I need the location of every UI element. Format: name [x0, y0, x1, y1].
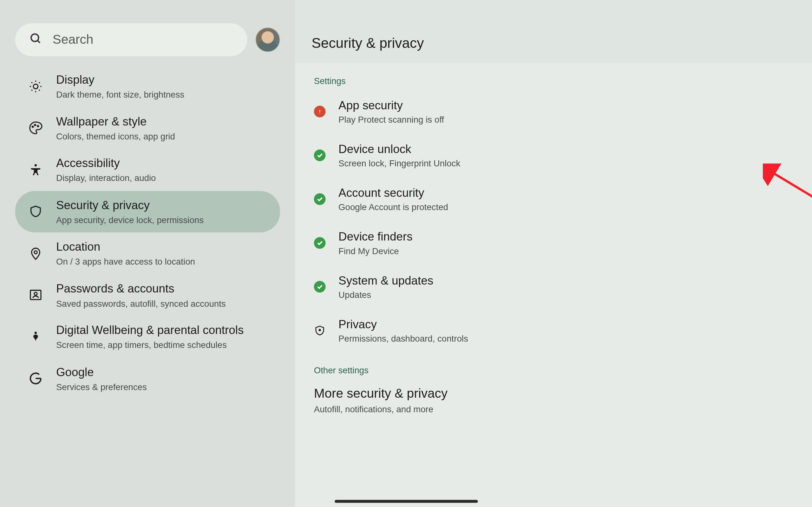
setting-system-updates[interactable]: System & updates Updates — [295, 265, 812, 308]
sidebar-item-display[interactable]: Display Dark theme, font size, brightnes… — [15, 65, 280, 107]
check-icon — [314, 149, 326, 161]
svg-point-10 — [34, 250, 37, 253]
profile-avatar[interactable] — [255, 27, 280, 52]
gesture-nav-bar[interactable] — [334, 500, 478, 503]
sidebar-item-location[interactable]: Location On / 3 apps have access to loca… — [15, 233, 280, 274]
accounts-icon — [28, 287, 43, 302]
search-icon — [29, 32, 42, 47]
sidebar-item-sub: Services & preferences — [56, 381, 147, 393]
sidebar-item-label: Display — [56, 72, 184, 87]
sidebar-item-label: Passwords & accounts — [56, 281, 226, 296]
section-label-other: Other settings — [295, 352, 812, 378]
sidebar-item-label: Wallpaper & style — [56, 114, 175, 129]
setting-sub: Find My Device — [339, 246, 413, 256]
setting-account-security[interactable]: Account security Google Account is prote… — [295, 177, 812, 221]
sidebar-item-wallpaper[interactable]: Wallpaper & style Colors, themed icons, … — [15, 107, 280, 149]
setting-title: App security — [339, 98, 444, 113]
setting-title: Device finders — [339, 229, 413, 244]
sidebar-item-label: Google — [56, 365, 147, 379]
setting-title: Device unlock — [339, 142, 460, 157]
sidebar-item-sub: Screen time, app timers, bedtime schedul… — [56, 339, 244, 351]
sidebar-item-security[interactable]: Security & privacy App security, device … — [15, 191, 280, 233]
search-input[interactable] — [53, 32, 233, 47]
settings-nav-pane: Display Dark theme, font size, brightnes… — [0, 0, 295, 507]
sidebar-item-google[interactable]: Google Services & preferences — [15, 358, 280, 400]
setting-title: More security & privacy — [314, 385, 793, 401]
setting-app-security[interactable]: App security Play Protect scanning is of… — [295, 89, 812, 133]
wellbeing-icon — [28, 329, 43, 344]
sidebar-item-wellbeing[interactable]: Digital Wellbeing & parental controls Sc… — [15, 316, 280, 358]
svg-point-9 — [35, 164, 37, 166]
search-field[interactable] — [15, 23, 247, 56]
settings-nav-list: Display Dark theme, font size, brightnes… — [0, 63, 295, 400]
setting-sub: Autofill, notifications, and more — [314, 404, 793, 413]
sidebar-item-label: Digital Wellbeing & parental controls — [56, 323, 244, 337]
setting-device-finders[interactable]: Device finders Find My Device — [295, 221, 812, 265]
setting-more-security[interactable]: More security & privacy Autofill, notifi… — [295, 378, 812, 428]
svg-point-6 — [32, 126, 33, 128]
sidebar-item-sub: Colors, themed icons, app grid — [56, 130, 175, 142]
google-g-icon — [28, 371, 43, 386]
check-icon — [314, 193, 326, 205]
svg-point-5 — [33, 84, 38, 89]
sidebar-item-sub: On / 3 apps have access to location — [56, 256, 195, 267]
check-icon — [314, 237, 326, 248]
setting-sub: Google Account is protected — [339, 202, 448, 212]
setting-privacy[interactable]: Privacy Permissions, dashboard, controls — [295, 308, 812, 352]
sidebar-item-label: Security & privacy — [56, 198, 204, 212]
location-pin-icon — [28, 245, 43, 261]
palette-icon — [28, 120, 43, 135]
setting-sub: Screen lock, Fingerprint Unlock — [339, 158, 460, 168]
setting-title: Privacy — [339, 317, 468, 332]
setting-title: Account security — [339, 186, 448, 200]
sidebar-item-sub: Display, interaction, audio — [56, 172, 156, 184]
svg-point-3 — [31, 34, 39, 42]
svg-point-13 — [35, 331, 37, 334]
shield-icon — [28, 204, 43, 219]
sidebar-item-passwords[interactable]: Passwords & accounts Saved passwords, au… — [15, 274, 280, 316]
section-label-settings: Settings — [295, 63, 812, 89]
alert-icon — [314, 106, 326, 117]
svg-point-14 — [319, 329, 321, 331]
sidebar-item-label: Location — [56, 239, 195, 254]
detail-header: Security & privacy — [295, 0, 812, 63]
svg-point-12 — [34, 292, 37, 295]
sidebar-item-label: Accessibility — [56, 156, 156, 170]
sidebar-item-sub: Dark theme, font size, brightness — [56, 89, 184, 100]
setting-sub: Updates — [339, 290, 433, 299]
privacy-shield-icon — [314, 325, 326, 336]
accessibility-icon — [28, 162, 43, 177]
check-icon — [314, 281, 326, 292]
svg-point-7 — [35, 124, 36, 126]
setting-device-unlock[interactable]: Device unlock Screen lock, Fingerprint U… — [295, 133, 812, 177]
setting-sub: Play Protect scanning is off — [339, 114, 444, 124]
brightness-icon — [28, 78, 43, 94]
sidebar-item-sub: Saved passwords, autofill, synced accoun… — [56, 297, 226, 309]
svg-point-8 — [38, 126, 39, 127]
setting-title: System & updates — [339, 274, 433, 288]
page-title: Security & privacy — [311, 35, 424, 52]
detail-pane: Security & privacy Settings App security… — [295, 0, 812, 507]
detail-body: Settings App security Play Protect scann… — [295, 63, 812, 507]
sidebar-item-accessibility[interactable]: Accessibility Display, interaction, audi… — [15, 149, 280, 191]
sidebar-item-sub: App security, device lock, permissions — [56, 214, 204, 225]
setting-sub: Permissions, dashboard, controls — [339, 333, 468, 343]
svg-line-4 — [38, 41, 40, 43]
